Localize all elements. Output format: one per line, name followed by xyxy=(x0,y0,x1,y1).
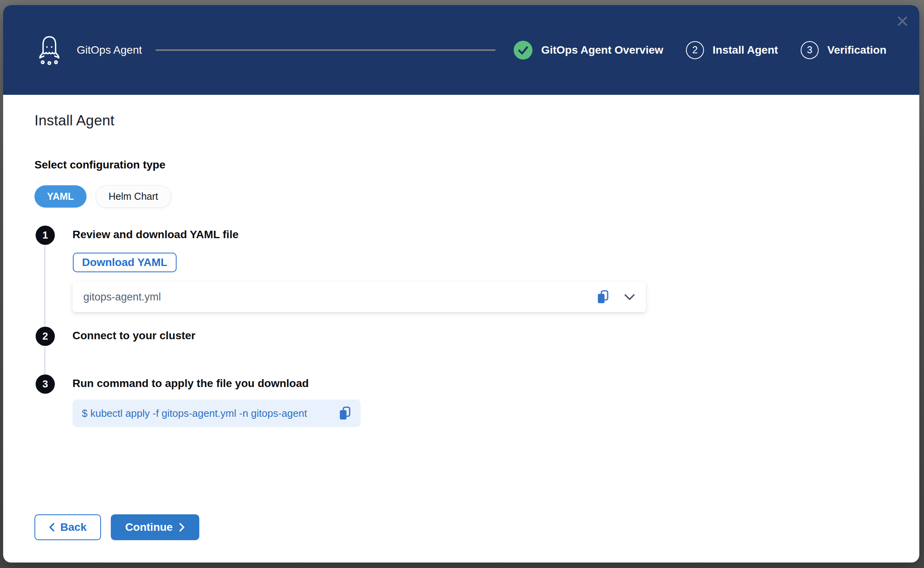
stepper-item-install-agent[interactable]: 2 Install Agent xyxy=(686,41,778,59)
wizard-header: GitOps Agent GitOps Agent Overview 2 Ins… xyxy=(3,5,919,95)
stepper-item-verification[interactable]: 3 Verification xyxy=(801,41,886,59)
step-2-badge: 2 xyxy=(36,327,55,346)
chevron-down-icon[interactable] xyxy=(624,294,635,300)
stepper-label-verification: Verification xyxy=(827,44,886,56)
page-title: Install Agent xyxy=(34,112,114,129)
config-option-helm-chart[interactable]: Helm Chart xyxy=(96,185,171,208)
step-connector xyxy=(44,246,45,326)
wizard-stepper: GitOps Agent Overview 2 Install Agent 3 … xyxy=(514,41,886,60)
config-type-label: Select configuration type xyxy=(34,159,166,171)
step-1-title: Review and download YAML file xyxy=(72,228,238,241)
install-agent-dialog: GitOps Agent GitOps Agent Overview 2 Ins… xyxy=(3,5,919,563)
step-number-badge: 2 xyxy=(686,41,704,59)
kubectl-command: $ kubectl apply -f gitops-agent.yml -n g… xyxy=(82,407,307,420)
step-2-title: Connect to your cluster xyxy=(72,329,195,342)
step-3-title: Run command to apply the file you downlo… xyxy=(72,377,309,390)
header-divider xyxy=(155,49,496,51)
continue-button[interactable]: Continue xyxy=(111,514,199,540)
close-icon[interactable] xyxy=(896,14,909,28)
config-option-yaml[interactable]: YAML xyxy=(34,185,87,208)
download-yaml-button[interactable]: Download YAML xyxy=(73,253,177,272)
chevron-right-icon xyxy=(179,523,185,532)
back-button[interactable]: Back xyxy=(34,514,101,540)
stepper-label-install-agent: Install Agent xyxy=(713,44,778,56)
yaml-file-row[interactable]: gitops-agent.yml xyxy=(72,282,646,312)
config-type-toggle: YAML Helm Chart xyxy=(34,185,171,208)
yaml-file-name: gitops-agent.yml xyxy=(83,291,161,303)
copy-yaml-icon[interactable] xyxy=(597,290,609,304)
continue-button-label: Continue xyxy=(125,521,173,534)
step-number-badge: 3 xyxy=(801,41,819,59)
product-label: GitOps Agent xyxy=(77,44,142,56)
step-complete-check-icon xyxy=(514,41,532,60)
copy-command-icon[interactable] xyxy=(339,406,351,420)
stepper-item-overview[interactable]: GitOps Agent Overview xyxy=(514,41,663,60)
back-button-label: Back xyxy=(60,521,87,534)
step-connector xyxy=(44,347,45,374)
chevron-left-icon xyxy=(49,523,55,532)
kubectl-command-box: $ kubectl apply -f gitops-agent.yml -n g… xyxy=(72,400,361,427)
stepper-label-overview: GitOps Agent Overview xyxy=(541,44,663,56)
gitops-agent-logo-icon xyxy=(38,34,61,66)
step-3-badge: 3 xyxy=(36,374,55,394)
step-1-badge: 1 xyxy=(36,226,55,245)
